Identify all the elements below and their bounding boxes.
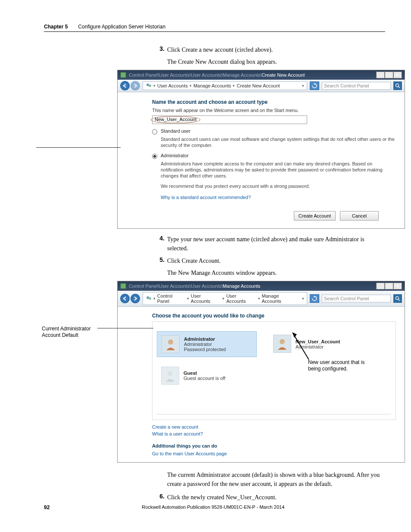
step-number: 5.	[156, 256, 167, 265]
step-4: 4. Type your new user account name (circ…	[156, 235, 385, 253]
publication-info: Rockwell Automation Publication 9528-UM0…	[142, 504, 284, 510]
new-user-tile[interactable]: New_User_Account Administrator	[269, 331, 369, 357]
search-input[interactable]: Search Control Panel	[322, 82, 391, 90]
tile-role: Administrator	[296, 344, 340, 349]
breadcrumb-item[interactable]: User Accounts	[191, 293, 221, 304]
avatar-icon	[161, 367, 179, 385]
section-heading: Choose the account you would like to cha…	[152, 313, 396, 319]
create-account-button[interactable]: Create Account	[294, 211, 336, 221]
svg-point-15	[168, 371, 173, 376]
step-3-note: The Create New Account dialog box appear…	[167, 59, 385, 65]
radio-desc: Standard account users can use most soft…	[161, 136, 396, 149]
window-title: Control Panel\User Accounts\User Account…	[129, 283, 260, 289]
search-go-button[interactable]	[393, 81, 402, 90]
step-number: 4.	[156, 235, 167, 253]
radio-icon	[152, 154, 157, 159]
titlebar: Control Panel\User Accounts\User Account…	[118, 70, 405, 80]
back-button[interactable]	[120, 81, 130, 90]
step-5: 5. Click Create Account.	[156, 256, 385, 265]
name-desc: This name will appear on the Welcome scr…	[152, 108, 396, 113]
additional-heading: Additional things you can do	[152, 443, 396, 448]
create-account-link[interactable]: Create a new account	[152, 424, 396, 429]
step-number: 3.	[156, 45, 167, 54]
section-heading: Name the account and choose an account t…	[152, 99, 396, 105]
why-link[interactable]: Why is a standard account recommended?	[161, 195, 396, 200]
callout-line	[36, 147, 121, 148]
back-button[interactable]	[120, 294, 130, 303]
window-icon	[120, 72, 126, 78]
guest-tile[interactable]: Guest Guest account is off	[157, 363, 257, 388]
radio-icon	[152, 129, 157, 134]
refresh-button[interactable]	[310, 81, 319, 90]
breadcrumb-item[interactable]: User Accounts	[157, 83, 188, 88]
maximize-button[interactable]: ▢	[385, 72, 393, 78]
minimize-button[interactable]: _	[376, 72, 385, 78]
cancel-button[interactable]: Cancel	[340, 211, 379, 221]
avatar-icon	[273, 335, 291, 353]
what-is-account-link[interactable]: What is a user account?	[152, 431, 396, 436]
window-title: Control Panel\User Accounts\User Account…	[129, 72, 305, 78]
breadcrumb[interactable]: ▾ Control Panel▾ User Accounts▾ User Acc…	[143, 292, 307, 305]
maximize-button[interactable]: ▢	[385, 283, 393, 289]
svg-point-10	[149, 297, 151, 300]
breadcrumb[interactable]: ▾ User Accounts▾ Manage Accounts▾ Create…	[143, 81, 307, 90]
search-placeholder: Search Control Panel	[324, 296, 369, 301]
callout-right: New user account that is being configure…	[308, 359, 373, 373]
svg-line-4	[399, 87, 400, 88]
svg-point-3	[396, 84, 399, 87]
administrator-radio[interactable]: Administrator	[152, 153, 396, 159]
navbar: ▾ Control Panel▾ User Accounts▾ User Acc…	[118, 291, 405, 307]
avatar-icon	[162, 335, 180, 353]
tile-pw: Password protected	[184, 347, 226, 352]
window-controls: _ ▢ ✕	[376, 283, 402, 289]
breadcrumb-item[interactable]: User Accounts	[226, 293, 256, 304]
account-name-input[interactable]: New_User_Account	[152, 115, 307, 124]
content-area: 3. Click Create a new account (circled a…	[44, 45, 385, 504]
chapter-title: Configure Application Server Historian	[78, 24, 165, 30]
radio-desc: Administrators have complete access to t…	[161, 161, 396, 179]
svg-point-13	[168, 339, 173, 345]
step-number: 6.	[156, 493, 167, 502]
step-6: 6. Click the newly created New_User_Acco…	[156, 493, 385, 502]
step-text: Click Create a new account (circled abov…	[167, 45, 385, 54]
tile-status: Guest account is off	[184, 376, 225, 381]
step-text: Click the newly created New_User_Account…	[167, 493, 385, 502]
post-screenshot-text: The current Administrator account (defau…	[167, 470, 385, 488]
forward-button[interactable]	[131, 81, 140, 90]
svg-line-12	[399, 299, 400, 301]
input-circled: New_User_Account	[151, 116, 200, 123]
page-footer: 92 Rockwell Automation Publication 9528-…	[44, 504, 385, 510]
breadcrumb-item[interactable]: Manage Accounts	[193, 83, 231, 88]
search-placeholder: Search Control Panel	[324, 83, 369, 88]
search-go-button[interactable]	[393, 294, 402, 303]
breadcrumb-item[interactable]: Control Panel	[157, 293, 185, 304]
step-text: Type your new user account name (circled…	[167, 235, 385, 253]
svg-rect-8	[121, 283, 126, 289]
refresh-button[interactable]	[310, 294, 319, 303]
radio-label: Standard user	[161, 128, 190, 134]
breadcrumb-item[interactable]: Manage Accounts	[262, 293, 299, 304]
close-button[interactable]: ✕	[393, 72, 402, 78]
forward-button[interactable]	[131, 294, 140, 303]
search-input[interactable]: Search Control Panel	[322, 295, 391, 302]
main-accounts-link[interactable]: Go to the main User Accounts page	[152, 451, 396, 456]
window-icon	[120, 283, 126, 289]
create-account-window: Control Panel\User Accounts\User Account…	[117, 70, 405, 229]
close-button[interactable]: ✕	[393, 283, 402, 289]
tile-name: Administrator	[184, 336, 226, 342]
tile-name: Guest	[184, 370, 225, 376]
window-controls: _ ▢ ✕	[376, 72, 402, 78]
step-5-note: The New Manage Accounts window appears.	[167, 270, 385, 277]
breadcrumb-item[interactable]: Create New Account	[237, 83, 280, 88]
standard-user-radio[interactable]: Standard user	[152, 128, 396, 134]
titlebar: Control Panel\User Accounts\User Account…	[118, 281, 405, 291]
administrator-tile[interactable]: Administrator Administrator Password pro…	[157, 331, 257, 357]
radio-label: Administrator	[161, 153, 189, 158]
minimize-button[interactable]: _	[376, 283, 385, 289]
svg-point-2	[149, 84, 151, 87]
svg-rect-0	[121, 72, 126, 78]
svg-point-11	[396, 296, 399, 299]
window-body: Choose the account you would like to cha…	[118, 307, 405, 462]
recommend-text: We recommend that you protect every acco…	[161, 183, 396, 189]
users-icon	[146, 83, 152, 89]
